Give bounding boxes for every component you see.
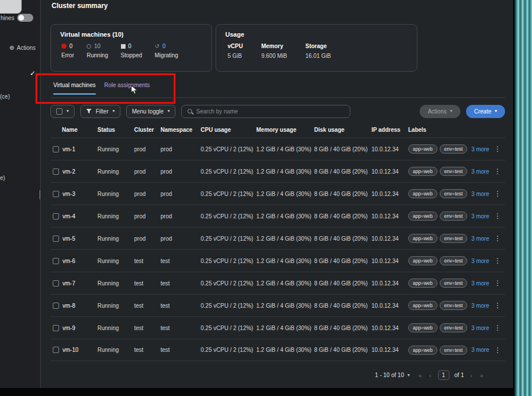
kebab-menu-icon[interactable]: ⋮ <box>490 212 505 220</box>
stat-value: 0 <box>128 43 132 49</box>
actions-button[interactable]: Actions ▾ <box>420 105 460 118</box>
column-header-disk[interactable]: Disk usage <box>314 127 371 133</box>
toggle-label: hines <box>1 15 14 21</box>
filter-label: Filter <box>96 108 108 115</box>
running-icon <box>87 44 91 49</box>
stat-label: Stopped <box>121 52 142 58</box>
menu-toggle-dropdown[interactable]: Menu toggle ▾ <box>126 105 175 118</box>
more-labels-link[interactable]: 3 more <box>471 168 489 175</box>
kebab-menu-icon[interactable]: ⋮ <box>490 279 505 287</box>
row-checkbox[interactable] <box>53 146 59 152</box>
vm-ip-address: 10.0.12.34 <box>371 303 408 309</box>
column-header-status[interactable]: Status <box>97 127 134 133</box>
vm-cluster: test <box>134 347 161 353</box>
kebab-menu-icon[interactable]: ⋮ <box>490 167 505 175</box>
row-checkbox[interactable] <box>53 347 59 353</box>
migrating-icon: ↺ <box>155 44 159 49</box>
vm-ip-address: 10.0.12.34 <box>371 191 408 197</box>
vm-name-link[interactable]: vm-2 <box>62 168 75 175</box>
select-all-checkbox[interactable] <box>56 108 62 115</box>
vm-name-link[interactable]: vm-5 <box>62 236 75 242</box>
column-header-memory[interactable]: Memory usage <box>256 127 314 133</box>
more-labels-link[interactable]: 3 more <box>471 303 489 309</box>
more-labels-link[interactable]: 3 more <box>471 280 489 287</box>
vm-namespace: test <box>161 347 201 353</box>
label-pill: app=web <box>408 256 437 265</box>
sidebar-actions-button[interactable]: ⊕ Actions <box>9 45 36 51</box>
row-checkbox[interactable] <box>53 325 59 331</box>
more-labels-link[interactable]: 3 more <box>471 191 489 197</box>
table-row: vm-10 Running test test 0.25 vCPU / 2 (1… <box>50 339 505 361</box>
vm-memory-usage: 1.2 GiB / 4 GiB (30%) <box>256 236 314 242</box>
row-checkbox[interactable] <box>53 303 59 309</box>
kebab-menu-icon[interactable]: ⋮ <box>490 324 505 332</box>
vm-namespace: test <box>161 258 201 264</box>
kebab-menu-icon[interactable]: ⋮ <box>490 301 505 309</box>
label-pill: env=test <box>440 144 467 154</box>
stat-value[interactable]: 0 <box>162 43 166 49</box>
tab-virtual-machines[interactable]: Virtual machines <box>53 82 96 95</box>
vm-name-link[interactable]: vm-3 <box>62 191 75 197</box>
vm-name-link[interactable]: vm-8 <box>62 303 75 309</box>
row-checkbox[interactable] <box>53 168 59 175</box>
kebab-menu-icon[interactable]: ⋮ <box>490 257 505 265</box>
kebab-menu-icon[interactable]: ⋮ <box>490 145 505 153</box>
column-header-ip[interactable]: IP address <box>371 127 408 133</box>
label-pill: env=test <box>440 279 467 288</box>
vm-disk-usage: 8 GiB / 40 GiB (20%) <box>314 303 371 309</box>
vm-name-link[interactable]: vm-1 <box>62 146 75 152</box>
column-header-cpu[interactable]: CPU usage <box>201 127 256 133</box>
row-checkbox[interactable] <box>53 258 59 264</box>
vm-table: Name Status Cluster Namespace CPU usage … <box>50 121 505 361</box>
tab-role-assignments[interactable]: Role assignments <box>104 82 150 95</box>
vm-cluster: prod <box>134 236 161 242</box>
more-labels-link[interactable]: 3 more <box>471 236 489 242</box>
more-labels-link[interactable]: 3 more <box>471 325 489 331</box>
kebab-menu-icon[interactable]: ⋮ <box>490 346 505 354</box>
vm-ip-address: 10.0.12.34 <box>371 258 408 264</box>
current-page-input[interactable] <box>438 370 449 380</box>
vm-namespace: prod <box>161 213 201 219</box>
row-checkbox[interactable] <box>53 236 59 242</box>
usage-card-title: Usage <box>216 25 417 38</box>
per-page-dropdown[interactable]: 1 - 10 of 10 ▾ <box>375 372 410 378</box>
stat-value[interactable]: 10 <box>94 43 100 49</box>
kebab-menu-icon[interactable]: ⋮ <box>490 234 505 242</box>
more-labels-link[interactable]: 3 more <box>471 258 489 264</box>
vm-name-link[interactable]: vm-9 <box>62 325 75 331</box>
label-pill: env=test <box>440 301 467 310</box>
more-labels-link[interactable]: 3 more <box>471 347 489 353</box>
sidebar-item-fragment[interactable]: e) <box>0 175 5 181</box>
column-header-namespace[interactable]: Namespace <box>161 127 201 133</box>
sidebar-item-fragment[interactable]: (ce) <box>0 93 10 100</box>
label-pill: app=web <box>408 144 437 154</box>
last-page-button[interactable]: » <box>479 372 484 379</box>
column-header-labels[interactable]: Labels <box>408 127 490 133</box>
vm-cluster: prod <box>134 213 161 219</box>
vm-name-link[interactable]: vm-7 <box>62 280 75 287</box>
usage-stat-memory: Memory 9.600 MiB <box>261 43 287 59</box>
row-checkbox[interactable] <box>53 280 59 287</box>
search-input[interactable] <box>196 108 344 115</box>
vm-ip-address: 10.0.12.34 <box>371 146 408 152</box>
more-labels-link[interactable]: 3 more <box>471 213 489 219</box>
row-checkbox[interactable] <box>53 213 59 219</box>
vm-name-link[interactable]: vm-6 <box>62 258 75 264</box>
bulk-select-dropdown[interactable]: ▾ <box>50 105 75 118</box>
vm-name-link[interactable]: vm-10 <box>62 347 79 353</box>
table-row: vm-7 Running test test 0.25 vCPU / 2 (12… <box>50 272 505 294</box>
label-pill: app=web <box>408 301 437 310</box>
more-labels-link[interactable]: 3 more <box>471 146 489 152</box>
prev-page-button[interactable]: ‹ <box>428 372 433 379</box>
vm-name-link[interactable]: vm-4 <box>62 213 75 219</box>
kebab-menu-icon[interactable]: ⋮ <box>490 190 505 198</box>
next-page-button[interactable]: › <box>469 372 474 379</box>
column-header-cluster[interactable]: Cluster <box>134 127 161 133</box>
column-header-name[interactable]: Name <box>50 127 97 133</box>
create-button[interactable]: Create ▾ <box>466 105 505 118</box>
toggle-switch[interactable] <box>17 14 33 22</box>
vm-namespace: prod <box>161 191 201 197</box>
filter-dropdown[interactable]: Filter ▾ <box>80 105 120 118</box>
row-checkbox[interactable] <box>53 191 59 197</box>
first-page-button[interactable]: « <box>417 372 423 379</box>
